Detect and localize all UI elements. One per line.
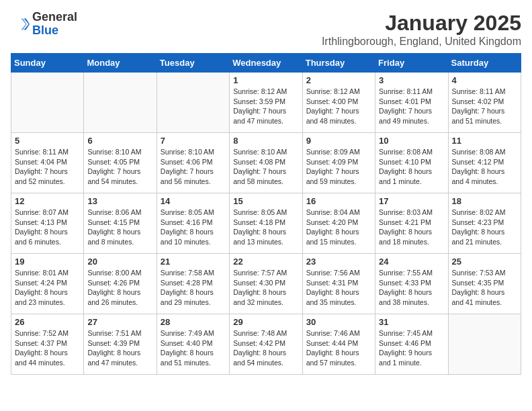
page-header: General Blue January 2025 Irthlingboroug… xyxy=(11,11,521,48)
day-number: 29 xyxy=(233,317,298,327)
cell-info: Sunrise: 8:10 AMSunset: 4:05 PMDaylight:… xyxy=(87,147,152,187)
calendar-cell: 12Sunrise: 8:07 AMSunset: 4:13 PMDayligh… xyxy=(11,193,84,254)
calendar-cell: 17Sunrise: 8:03 AMSunset: 4:21 PMDayligh… xyxy=(375,193,448,254)
calendar-cell: 25Sunrise: 7:53 AMSunset: 4:35 PMDayligh… xyxy=(448,254,521,314)
day-number: 24 xyxy=(379,257,444,267)
cell-info: Sunrise: 8:05 AMSunset: 4:18 PMDaylight:… xyxy=(233,208,298,247)
day-number: 5 xyxy=(15,136,80,146)
day-number: 18 xyxy=(452,196,517,206)
calendar-cell xyxy=(84,73,157,133)
calendar-cell: 29Sunrise: 7:48 AMSunset: 4:42 PMDayligh… xyxy=(230,314,302,375)
calendar-header-row: SundayMondayTuesdayWednesdayThursdayFrid… xyxy=(11,54,521,73)
day-number: 21 xyxy=(161,257,226,267)
calendar-cell: 28Sunrise: 7:49 AMSunset: 4:40 PMDayligh… xyxy=(157,314,229,375)
day-number: 20 xyxy=(87,257,152,267)
day-number: 2 xyxy=(306,75,371,85)
cell-info: Sunrise: 8:11 AMSunset: 4:04 PMDaylight:… xyxy=(15,147,80,187)
calendar-cell: 19Sunrise: 8:01 AMSunset: 4:24 PMDayligh… xyxy=(11,254,84,314)
logo-icon xyxy=(11,15,30,34)
cell-info: Sunrise: 8:08 AMSunset: 4:12 PMDaylight:… xyxy=(452,147,517,187)
day-number: 17 xyxy=(379,196,444,206)
cell-info: Sunrise: 7:45 AMSunset: 4:46 PMDaylight:… xyxy=(379,328,444,368)
location-subtitle: Irthlingborough, England, United Kingdom xyxy=(322,36,521,48)
calendar-cell xyxy=(157,73,229,133)
day-number: 7 xyxy=(161,136,226,146)
day-number: 9 xyxy=(306,136,371,146)
logo-general: General xyxy=(32,10,77,24)
calendar-week-3: 12Sunrise: 8:07 AMSunset: 4:13 PMDayligh… xyxy=(11,193,521,254)
cell-info: Sunrise: 7:57 AMSunset: 4:30 PMDaylight:… xyxy=(233,268,298,308)
cell-info: Sunrise: 7:58 AMSunset: 4:28 PMDaylight:… xyxy=(161,268,226,308)
cell-info: Sunrise: 8:08 AMSunset: 4:10 PMDaylight:… xyxy=(379,147,444,187)
calendar-cell: 15Sunrise: 8:05 AMSunset: 4:18 PMDayligh… xyxy=(230,193,302,254)
calendar-cell: 5Sunrise: 8:11 AMSunset: 4:04 PMDaylight… xyxy=(11,133,84,193)
calendar-cell: 7Sunrise: 8:10 AMSunset: 4:06 PMDaylight… xyxy=(157,133,229,193)
calendar-cell: 31Sunrise: 7:45 AMSunset: 4:46 PMDayligh… xyxy=(375,314,448,375)
day-number: 11 xyxy=(452,136,517,146)
weekday-header-saturday: Saturday xyxy=(448,54,521,73)
day-number: 31 xyxy=(379,317,444,327)
weekday-header-friday: Friday xyxy=(375,54,448,73)
day-number: 16 xyxy=(306,196,371,206)
calendar-cell: 3Sunrise: 8:11 AMSunset: 4:01 PMDaylight… xyxy=(375,73,448,133)
day-number: 6 xyxy=(87,136,152,146)
calendar-cell: 2Sunrise: 8:12 AMSunset: 4:00 PMDaylight… xyxy=(302,73,375,133)
day-number: 14 xyxy=(161,196,226,206)
day-number: 8 xyxy=(233,136,298,146)
cell-info: Sunrise: 7:55 AMSunset: 4:33 PMDaylight:… xyxy=(379,268,444,308)
cell-info: Sunrise: 8:10 AMSunset: 4:08 PMDaylight:… xyxy=(233,147,298,187)
calendar-cell: 4Sunrise: 8:11 AMSunset: 4:02 PMDaylight… xyxy=(448,73,521,133)
calendar-cell: 9Sunrise: 8:09 AMSunset: 4:09 PMDaylight… xyxy=(302,133,375,193)
calendar-cell: 1Sunrise: 8:12 AMSunset: 3:59 PMDaylight… xyxy=(230,73,302,133)
cell-info: Sunrise: 7:51 AMSunset: 4:39 PMDaylight:… xyxy=(87,328,152,368)
calendar-cell: 13Sunrise: 8:06 AMSunset: 4:15 PMDayligh… xyxy=(84,193,157,254)
month-year-title: January 2025 xyxy=(322,11,521,36)
calendar-cell: 21Sunrise: 7:58 AMSunset: 4:28 PMDayligh… xyxy=(157,254,229,314)
cell-info: Sunrise: 8:00 AMSunset: 4:26 PMDaylight:… xyxy=(87,268,152,308)
weekday-header-monday: Monday xyxy=(84,54,157,73)
day-number: 28 xyxy=(161,317,226,327)
day-number: 1 xyxy=(233,75,298,85)
calendar-cell: 30Sunrise: 7:46 AMSunset: 4:44 PMDayligh… xyxy=(302,314,375,375)
calendar-cell: 10Sunrise: 8:08 AMSunset: 4:10 PMDayligh… xyxy=(375,133,448,193)
weekday-header-tuesday: Tuesday xyxy=(157,54,229,73)
cell-info: Sunrise: 8:12 AMSunset: 3:59 PMDaylight:… xyxy=(233,87,298,126)
cell-info: Sunrise: 8:12 AMSunset: 4:00 PMDaylight:… xyxy=(306,87,371,126)
calendar-cell: 22Sunrise: 7:57 AMSunset: 4:30 PMDayligh… xyxy=(230,254,302,314)
day-number: 22 xyxy=(233,257,298,267)
day-number: 19 xyxy=(15,257,80,267)
calendar-cell: 20Sunrise: 8:00 AMSunset: 4:26 PMDayligh… xyxy=(84,254,157,314)
cell-info: Sunrise: 8:02 AMSunset: 4:23 PMDaylight:… xyxy=(452,208,517,247)
day-number: 30 xyxy=(306,317,371,327)
cell-info: Sunrise: 8:03 AMSunset: 4:21 PMDaylight:… xyxy=(379,208,444,247)
day-number: 13 xyxy=(87,196,152,206)
calendar-week-2: 5Sunrise: 8:11 AMSunset: 4:04 PMDaylight… xyxy=(11,133,521,193)
cell-info: Sunrise: 7:53 AMSunset: 4:35 PMDaylight:… xyxy=(452,268,517,308)
day-number: 27 xyxy=(87,317,152,327)
title-block: January 2025 Irthlingborough, England, U… xyxy=(322,11,521,48)
cell-info: Sunrise: 8:11 AMSunset: 4:01 PMDaylight:… xyxy=(379,87,444,126)
weekday-header-sunday: Sunday xyxy=(11,54,84,73)
cell-info: Sunrise: 8:09 AMSunset: 4:09 PMDaylight:… xyxy=(306,147,371,187)
calendar-cell xyxy=(11,73,84,133)
logo-blue: Blue xyxy=(32,24,58,37)
logo-text: General Blue xyxy=(32,11,77,38)
cell-info: Sunrise: 8:04 AMSunset: 4:20 PMDaylight:… xyxy=(306,208,371,247)
calendar-cell: 6Sunrise: 8:10 AMSunset: 4:05 PMDaylight… xyxy=(84,133,157,193)
calendar-cell: 23Sunrise: 7:56 AMSunset: 4:31 PMDayligh… xyxy=(302,254,375,314)
day-number: 4 xyxy=(452,75,517,85)
cell-info: Sunrise: 7:49 AMSunset: 4:40 PMDaylight:… xyxy=(161,328,226,368)
cell-info: Sunrise: 7:56 AMSunset: 4:31 PMDaylight:… xyxy=(306,268,371,308)
calendar-week-1: 1Sunrise: 8:12 AMSunset: 3:59 PMDaylight… xyxy=(11,73,521,133)
day-number: 15 xyxy=(233,196,298,206)
calendar-cell: 11Sunrise: 8:08 AMSunset: 4:12 PMDayligh… xyxy=(448,133,521,193)
calendar-cell: 8Sunrise: 8:10 AMSunset: 4:08 PMDaylight… xyxy=(230,133,302,193)
day-number: 12 xyxy=(15,196,80,206)
cell-info: Sunrise: 8:11 AMSunset: 4:02 PMDaylight:… xyxy=(452,87,517,126)
calendar-cell: 26Sunrise: 7:52 AMSunset: 4:37 PMDayligh… xyxy=(11,314,84,375)
cell-info: Sunrise: 8:06 AMSunset: 4:15 PMDaylight:… xyxy=(87,208,152,247)
calendar-table: SundayMondayTuesdayWednesdayThursdayFrid… xyxy=(11,53,521,375)
calendar-cell: 24Sunrise: 7:55 AMSunset: 4:33 PMDayligh… xyxy=(375,254,448,314)
day-number: 26 xyxy=(15,317,80,327)
calendar-cell: 16Sunrise: 8:04 AMSunset: 4:20 PMDayligh… xyxy=(302,193,375,254)
